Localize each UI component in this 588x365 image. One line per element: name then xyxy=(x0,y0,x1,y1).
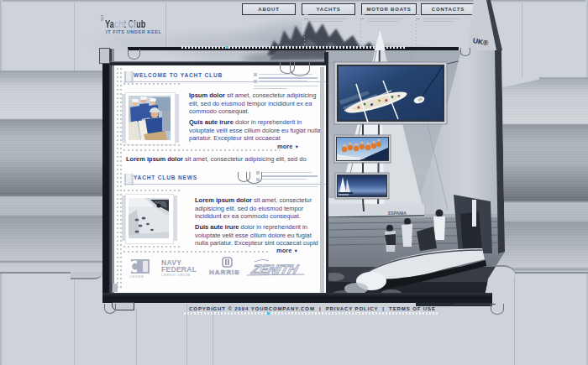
svg-text:HARRIS: HARRIS xyxy=(209,269,240,276)
svg-text:ESPANIA: ESPANIA xyxy=(388,211,407,216)
svg-text:FEDERAL: FEDERAL xyxy=(161,265,197,274)
svg-text:ZENITH: ZENITH xyxy=(249,262,301,276)
svg-text:CREDIT UNION: CREDIT UNION xyxy=(161,274,191,277)
svg-text:CHUBB: CHUBB xyxy=(129,275,144,279)
